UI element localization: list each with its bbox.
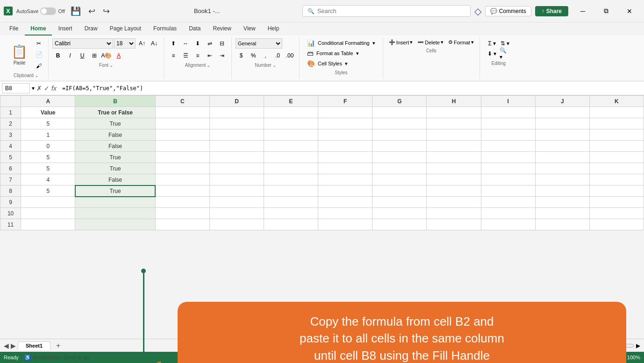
cell-H8[interactable]	[427, 185, 481, 197]
formula-fx-icon[interactable]: fx	[51, 85, 57, 92]
border-button[interactable]: ⊞	[89, 50, 100, 61]
cell-J5[interactable]	[535, 152, 589, 163]
restore-button[interactable]: ⧉	[595, 4, 617, 19]
cell-A1[interactable]: Value	[21, 107, 75, 118]
fill-color-button[interactable]: A🎨	[101, 50, 112, 61]
cell-F11[interactable]	[318, 219, 372, 230]
sheet-tab-sheet1[interactable]: Sheet1	[18, 342, 50, 350]
col-header-K[interactable]: K	[589, 96, 644, 107]
cell-B10[interactable]	[75, 208, 155, 219]
cell-E4[interactable]	[264, 141, 318, 152]
cell-K10[interactable]	[589, 208, 644, 219]
row-header-1[interactable]: 1	[0, 107, 21, 118]
col-header-E[interactable]: E	[264, 96, 318, 107]
cell-D11[interactable]	[209, 219, 264, 230]
cell-I7[interactable]	[481, 174, 535, 185]
cell-G4[interactable]	[372, 141, 427, 152]
cell-E7[interactable]	[264, 174, 318, 185]
cell-B5[interactable]: True	[75, 152, 155, 163]
row-header-2[interactable]: 2	[0, 118, 21, 129]
cell-K2[interactable]	[589, 118, 644, 129]
cell-E11[interactable]	[264, 219, 318, 230]
cell-I9[interactable]	[481, 197, 535, 208]
col-header-J[interactable]: J	[535, 96, 589, 107]
cell-G8[interactable]	[372, 185, 427, 197]
comma-button[interactable]: ,	[260, 50, 271, 61]
autosave-control[interactable]: AutoSave Off	[16, 7, 65, 15]
currency-button[interactable]: $	[236, 50, 247, 61]
align-middle-button[interactable]: ↔	[180, 38, 191, 49]
cell-B4[interactable]: False	[75, 141, 155, 152]
align-left-button[interactable]: ≡	[168, 50, 179, 61]
cell-A6[interactable]: 5	[21, 163, 75, 174]
cell-B9[interactable]	[75, 197, 155, 208]
cell-K1[interactable]	[589, 107, 644, 118]
cell-C4[interactable]	[155, 141, 209, 152]
cell-B2[interactable]: True	[75, 118, 155, 129]
cell-J10[interactable]	[535, 208, 589, 219]
cell-J4[interactable]	[535, 141, 589, 152]
conditional-formatting-button[interactable]: 📊 Conditional Formatting ▾	[303, 38, 379, 48]
col-header-A[interactable]: A	[21, 96, 75, 107]
cell-A7[interactable]: 4	[21, 174, 75, 185]
tab-help[interactable]: Help	[262, 22, 285, 36]
cell-H7[interactable]	[427, 174, 481, 185]
cell-B1[interactable]: True or False	[75, 107, 155, 118]
cell-E10[interactable]	[264, 208, 318, 219]
minimize-button[interactable]: ─	[572, 4, 594, 19]
cell-A4[interactable]: 0	[21, 141, 75, 152]
undo-icon[interactable]: ↩	[86, 5, 97, 17]
cell-styles-chevron[interactable]: ▾	[345, 61, 348, 67]
cell-B3[interactable]: False	[75, 129, 155, 141]
cell-G1[interactable]	[372, 107, 427, 118]
cell-K3[interactable]	[589, 129, 644, 141]
cell-K11[interactable]	[589, 219, 644, 230]
col-header-D[interactable]: D	[209, 96, 264, 107]
col-header-I[interactable]: I	[481, 96, 535, 107]
formula-x-icon[interactable]: ✓	[44, 85, 50, 92]
cell-B7[interactable]: False	[75, 174, 155, 185]
cell-A8[interactable]: 5	[21, 185, 75, 197]
cell-C8[interactable]	[155, 185, 209, 197]
cell-G3[interactable]	[372, 129, 427, 141]
cell-B11[interactable]	[75, 219, 155, 230]
tab-file[interactable]: File	[4, 22, 24, 36]
tab-data[interactable]: Data	[183, 22, 206, 36]
cell-E8[interactable]	[264, 185, 318, 197]
cell-J9[interactable]	[535, 197, 589, 208]
underline-button[interactable]: U	[77, 50, 88, 61]
font-color-button[interactable]: A	[113, 50, 124, 61]
cell-I5[interactable]	[481, 152, 535, 163]
cell-I3[interactable]	[481, 129, 535, 141]
cell-A10[interactable]	[21, 208, 75, 219]
font-size-select[interactable]: 18	[114, 38, 136, 49]
percent-button[interactable]: %	[248, 50, 259, 61]
delete-button[interactable]: ➖ Delete ▾	[415, 38, 445, 46]
cell-C6[interactable]	[155, 163, 209, 174]
cond-fmt-chevron[interactable]: ▾	[372, 40, 375, 46]
cell-E5[interactable]	[264, 152, 318, 163]
cell-D3[interactable]	[209, 129, 264, 141]
cell-E2[interactable]	[264, 118, 318, 129]
cell-F5[interactable]	[318, 152, 372, 163]
cell-K8[interactable]	[589, 185, 644, 197]
cell-D1[interactable]	[209, 107, 264, 118]
row-header-8[interactable]: 8	[0, 185, 21, 197]
cell-A3[interactable]: 1	[21, 129, 75, 141]
cell-J6[interactable]	[535, 163, 589, 174]
copy-button[interactable]: 📄	[33, 50, 44, 60]
cell-J1[interactable]	[535, 107, 589, 118]
save-icon[interactable]: 💾	[69, 5, 83, 17]
decrease-decimal-button[interactable]: .0	[272, 50, 283, 61]
tab-formulas[interactable]: Formulas	[148, 22, 182, 36]
increase-decimal-button[interactable]: .00	[284, 50, 295, 61]
cell-I1[interactable]	[481, 107, 535, 118]
cell-E1[interactable]	[264, 107, 318, 118]
autosave-toggle[interactable]	[40, 7, 56, 15]
cell-D10[interactable]	[209, 208, 264, 219]
cell-H3[interactable]	[427, 129, 481, 141]
cell-J7[interactable]	[535, 174, 589, 185]
cell-E3[interactable]	[264, 129, 318, 141]
align-right-button[interactable]: ≡	[192, 50, 203, 61]
cell-I11[interactable]	[481, 219, 535, 230]
